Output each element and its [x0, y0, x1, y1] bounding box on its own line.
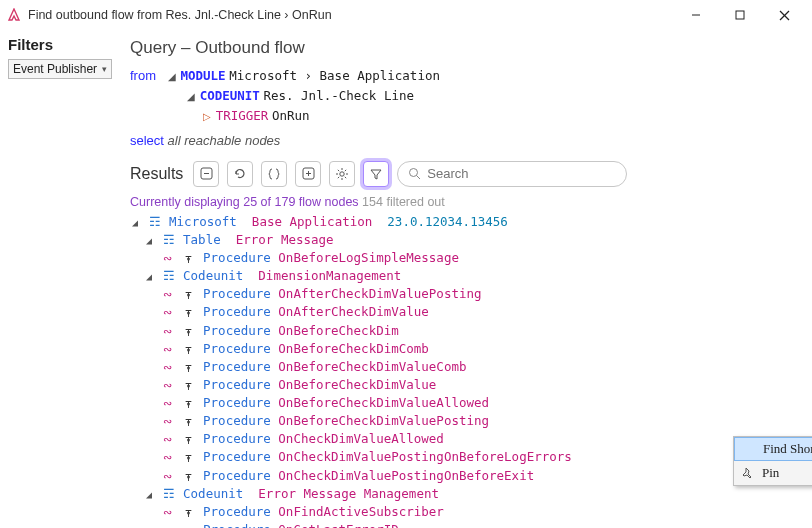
node-type: Table	[183, 232, 221, 247]
results-summary-filtered: 154 filtered out	[362, 195, 445, 209]
keyword-module: MODULE	[180, 68, 225, 83]
pin-icon	[738, 467, 756, 479]
node-type: Procedure	[203, 449, 271, 464]
window-minimize-button[interactable]	[674, 1, 718, 29]
tree-root-row[interactable]: ◢ ☶ Microsoft Base Application 23.0.1203…	[130, 213, 802, 231]
tree-leaf-row[interactable]: ∾ ⍕ Procedure OnCheckDimValueAllowed	[160, 430, 802, 448]
keyword-codeunit: CODEUNIT	[200, 88, 260, 103]
node-type: Procedure	[203, 359, 271, 374]
link-icon: ∾	[160, 251, 174, 267]
node-type: Procedure	[203, 250, 271, 265]
expand-icon[interactable]: ◢	[167, 69, 177, 84]
svg-line-19	[417, 176, 421, 180]
node-name: OnBeforeCheckDimValueComb	[278, 359, 466, 374]
tree-leaf-row[interactable]: ∾ ⍕ Procedure OnBeforeCheckDimComb	[160, 340, 802, 358]
link-icon: ∾	[160, 378, 174, 394]
context-menu-label: Pin	[762, 465, 779, 481]
node-name: OnBeforeCheckDimValue	[278, 377, 436, 392]
link-icon: ∾	[160, 324, 174, 340]
window-title: Find outbound flow from Res. Jnl.-Check …	[28, 8, 674, 22]
tree-group-row[interactable]: ◢ ☶ Codeunit DimensionManagement	[130, 267, 802, 285]
context-menu-item-pin[interactable]: Pin	[734, 461, 812, 485]
bookmark-icon: ⍕	[182, 397, 196, 413]
query-title: Query – Outbound flow	[130, 38, 802, 58]
node-name: DimensionManagement	[258, 268, 401, 283]
window-titlebar: Find outbound flow from Res. Jnl.-Check …	[0, 0, 812, 30]
tree-leaf-row[interactable]: ∾ ⍕ Procedure OnGetLastErrorID	[160, 521, 802, 528]
bookmark-icon: ⍕	[182, 506, 196, 522]
node-type: Procedure	[203, 522, 271, 528]
refresh-button[interactable]	[227, 161, 253, 187]
node-name: OnAfterCheckDimValuePosting	[278, 286, 481, 301]
bookmark-icon: ⍕	[182, 361, 196, 377]
tree-leaf-row[interactable]: ∾ ⍕ Procedure OnBeforeCheckDimValuePosti…	[160, 412, 802, 430]
node-name: OnBeforeCheckDimValueAllowed	[278, 395, 489, 410]
node-type: Procedure	[203, 395, 271, 410]
node-type: Microsoft	[169, 214, 237, 229]
svg-rect-1	[736, 11, 744, 19]
node-type: Procedure	[203, 413, 271, 428]
link-icon: ∾	[160, 505, 174, 521]
node-type: Procedure	[203, 323, 271, 338]
tree-leaf-row[interactable]: ∾ ⍕ Procedure OnAfterCheckDimValue	[160, 303, 802, 321]
filters-sidebar: Filters Event Publisher ▾	[0, 30, 130, 528]
node-type: Procedure	[203, 468, 271, 483]
query-trigger-line: ▷ TRIGGER OnRun	[130, 106, 802, 126]
search-icon	[408, 167, 421, 180]
tree-leaf-row[interactable]: ∾ ⍕ Procedure OnFindActiveSubscriber	[160, 503, 802, 521]
node-name: Error Message Management	[258, 486, 439, 501]
node-name: OnBeforeLogSimpleMessage	[278, 250, 459, 265]
tree-leaf-row[interactable]: ∾ ⍕ Procedure OnBeforeCheckDimValueAllow…	[160, 394, 802, 412]
node-name: OnFindActiveSubscriber	[278, 504, 444, 519]
keyword-trigger: TRIGGER	[216, 108, 269, 123]
tree-leaf-row[interactable]: ∾ ⍕ Procedure OnAfterCheckDimValuePostin…	[160, 285, 802, 303]
window-close-button[interactable]	[762, 1, 806, 29]
tree-group-row[interactable]: ◢ ☶ Table Error Message	[130, 231, 802, 249]
context-menu-label: Find Shortest Path	[763, 441, 812, 457]
node-name: OnCheckDimValuePostingOnBeforeLogErrors	[278, 449, 572, 464]
window-maximize-button[interactable]	[718, 1, 762, 29]
link-icon: ∾	[160, 287, 174, 303]
search-input[interactable]	[427, 166, 616, 181]
expand-all-button[interactable]	[295, 161, 321, 187]
bookmark-icon: ⍕	[182, 524, 196, 528]
tree-leaf-row[interactable]: ∾ ⍕ Procedure OnBeforeLogSimpleMessage	[160, 249, 802, 267]
node-name: OnBeforeCheckDimValuePosting	[278, 413, 489, 428]
tree-leaf-row[interactable]: ∾ ⍕ Procedure OnCheckDimValuePostingOnBe…	[160, 448, 802, 466]
select-expression: all reachable nodes	[168, 133, 281, 148]
link-icon: ∾	[160, 469, 174, 485]
list-icon: ☶	[162, 485, 176, 503]
context-menu-item-find-shortest-path[interactable]: Find Shortest Path	[734, 437, 812, 461]
tree-leaf-row[interactable]: ∾ ⍕ Procedure OnBeforeCheckDimValueComb	[160, 358, 802, 376]
expand-icon[interactable]: ◢	[130, 216, 140, 231]
expand-icon[interactable]: ◢	[186, 89, 196, 104]
expand-icon[interactable]: ◢	[144, 488, 154, 503]
tree-group-row[interactable]: ◢ ☶ Codeunit Error Message Management	[130, 485, 802, 503]
search-box[interactable]	[397, 161, 627, 187]
trigger-start-icon: ▷	[202, 109, 212, 124]
svg-line-14	[338, 170, 339, 171]
expand-icon[interactable]: ◢	[144, 270, 154, 285]
tree-leaf-row[interactable]: ∾ ⍕ Procedure OnBeforeCheckDimValue	[160, 376, 802, 394]
tree-leaf-row[interactable]: ∾ ⍕ Procedure OnCheckDimValuePostingOnBe…	[160, 467, 802, 485]
node-type: Procedure	[203, 286, 271, 301]
braces-button[interactable]	[261, 161, 287, 187]
expand-icon[interactable]: ◢	[144, 234, 154, 249]
node-name: OnAfterCheckDimValue	[278, 304, 429, 319]
bookmark-icon: ⍕	[182, 415, 196, 431]
link-icon: ∾	[160, 305, 174, 321]
results-toolbar: Results	[130, 161, 802, 187]
tree-leaf-row[interactable]: ∾ ⍕ Procedure OnBeforeCheckDim	[160, 322, 802, 340]
svg-line-15	[345, 177, 346, 178]
bookmark-icon: ⍕	[182, 379, 196, 395]
node-name: OnBeforeCheckDimComb	[278, 341, 429, 356]
link-icon: ∾	[160, 432, 174, 448]
link-icon: ∾	[160, 342, 174, 358]
filter-dropdown[interactable]: Event Publisher ▾	[8, 59, 112, 79]
link-icon: ∾	[160, 450, 174, 466]
list-icon: ☶	[162, 231, 176, 249]
collapse-all-button[interactable]	[193, 161, 219, 187]
results-tree: ◢ ☶ Microsoft Base Application 23.0.1203…	[130, 213, 802, 528]
filter-button[interactable]	[363, 161, 389, 187]
settings-button[interactable]	[329, 161, 355, 187]
